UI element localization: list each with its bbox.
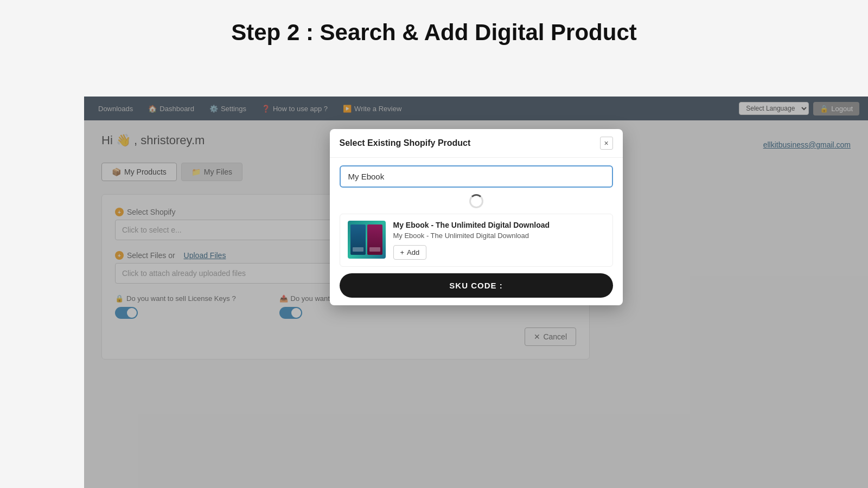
modal-close-button[interactable]: × <box>600 137 613 150</box>
search-input-wrapper <box>340 165 613 188</box>
app-container: Downloads 🏠 Dashboard ⚙️ Settings ❓ How … <box>84 97 868 488</box>
modal-title: Select Existing Shopify Product <box>340 138 471 148</box>
page-heading: Step 2 : Search & Add Digital Product <box>11 20 857 46</box>
add-product-button[interactable]: + Add <box>393 245 427 260</box>
product-thumbnail <box>348 221 386 259</box>
modal-header: Select Existing Shopify Product × <box>330 129 623 158</box>
sku-code-button[interactable]: SKU CODE : <box>340 273 613 298</box>
loading-spinner <box>469 194 483 208</box>
product-result: My Ebook - The Unlimited Digital Downloa… <box>340 214 613 267</box>
modal: Select Existing Shopify Product × <box>330 129 623 305</box>
product-title: My Ebook - The Unlimited Digital Downloa… <box>393 221 605 229</box>
page-heading-area: Step 2 : Search & Add Digital Product <box>0 0 868 62</box>
spinner-area <box>340 194 613 208</box>
add-icon: + <box>400 248 405 256</box>
modal-overlay: Select Existing Shopify Product × <box>84 97 868 488</box>
product-subtitle: My Ebook - The Unlimited Digital Downloa… <box>393 232 605 240</box>
modal-body: My Ebook - The Unlimited Digital Downloa… <box>330 158 623 305</box>
product-search-input[interactable] <box>340 165 613 188</box>
product-info: My Ebook - The Unlimited Digital Downloa… <box>393 221 605 260</box>
